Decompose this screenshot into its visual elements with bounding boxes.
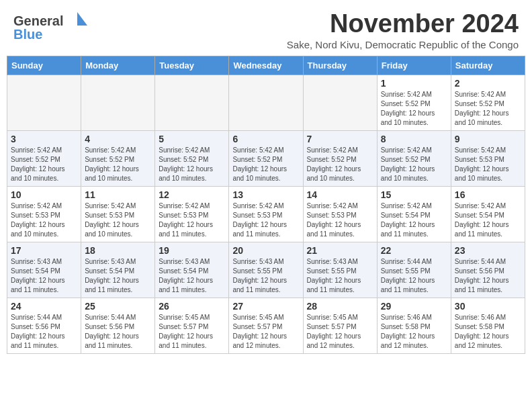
calendar-cell: 2Sunrise: 5:42 AM Sunset: 5:52 PM Daylig… bbox=[451, 75, 525, 131]
day-info: Sunrise: 5:42 AM Sunset: 5:52 PM Dayligh… bbox=[381, 90, 447, 128]
logo-svg: GeneralBlue bbox=[13, 11, 87, 40]
calendar-week-1: 1Sunrise: 5:42 AM Sunset: 5:52 PM Daylig… bbox=[7, 75, 525, 131]
day-number: 12 bbox=[159, 189, 225, 200]
day-info: Sunrise: 5:42 AM Sunset: 5:52 PM Dayligh… bbox=[85, 146, 151, 183]
calendar-cell: 24Sunrise: 5:44 AM Sunset: 5:56 PM Dayli… bbox=[7, 298, 81, 354]
calendar-cell: 30Sunrise: 5:46 AM Sunset: 5:58 PM Dayli… bbox=[451, 298, 525, 354]
calendar-cell: 8Sunrise: 5:42 AM Sunset: 5:52 PM Daylig… bbox=[377, 131, 451, 187]
day-number: 14 bbox=[307, 189, 373, 200]
day-number: 2 bbox=[455, 78, 521, 89]
calendar-table: SundayMondayTuesdayWednesdayThursdayFrid… bbox=[7, 56, 525, 354]
day-number: 30 bbox=[455, 301, 521, 312]
day-info: Sunrise: 5:42 AM Sunset: 5:53 PM Dayligh… bbox=[232, 201, 299, 239]
day-info: Sunrise: 5:46 AM Sunset: 5:58 PM Dayligh… bbox=[381, 313, 447, 351]
day-number: 21 bbox=[307, 245, 373, 256]
day-number: 25 bbox=[85, 301, 151, 312]
logo: GeneralBlue bbox=[13, 11, 87, 40]
calendar-week-3: 10Sunrise: 5:42 AM Sunset: 5:53 PM Dayli… bbox=[7, 187, 525, 242]
day-number: 28 bbox=[307, 301, 373, 312]
calendar-cell bbox=[155, 75, 229, 131]
title-section: November 2024 Sake, Nord Kivu, Democrati… bbox=[287, 11, 519, 50]
subtitle: Sake, Nord Kivu, Democratic Republic of … bbox=[287, 39, 519, 50]
day-info: Sunrise: 5:43 AM Sunset: 5:55 PM Dayligh… bbox=[307, 257, 373, 295]
calendar-week-5: 24Sunrise: 5:44 AM Sunset: 5:56 PM Dayli… bbox=[7, 298, 525, 354]
calendar-cell: 3Sunrise: 5:42 AM Sunset: 5:52 PM Daylig… bbox=[7, 131, 81, 187]
day-number: 11 bbox=[85, 189, 151, 200]
calendar-cell: 22Sunrise: 5:44 AM Sunset: 5:55 PM Dayli… bbox=[377, 242, 451, 298]
svg-text:General: General bbox=[13, 13, 63, 28]
day-info: Sunrise: 5:44 AM Sunset: 5:55 PM Dayligh… bbox=[381, 257, 447, 295]
calendar-week-4: 17Sunrise: 5:43 AM Sunset: 5:54 PM Dayli… bbox=[7, 242, 525, 298]
day-number: 27 bbox=[232, 301, 299, 312]
day-number: 17 bbox=[11, 245, 77, 256]
calendar-cell: 23Sunrise: 5:44 AM Sunset: 5:56 PM Dayli… bbox=[451, 242, 525, 298]
header: GeneralBlue November 2024 Sake, Nord Kiv… bbox=[0, 0, 532, 56]
day-info: Sunrise: 5:42 AM Sunset: 5:52 PM Dayligh… bbox=[11, 146, 77, 183]
day-info: Sunrise: 5:42 AM Sunset: 5:52 PM Dayligh… bbox=[307, 146, 373, 183]
day-number: 23 bbox=[455, 245, 521, 256]
calendar-cell: 27Sunrise: 5:45 AM Sunset: 5:57 PM Dayli… bbox=[229, 298, 303, 354]
weekday-sunday: Sunday bbox=[7, 56, 81, 75]
day-number: 19 bbox=[159, 245, 225, 256]
calendar-cell: 7Sunrise: 5:42 AM Sunset: 5:52 PM Daylig… bbox=[303, 131, 377, 187]
day-info: Sunrise: 5:42 AM Sunset: 5:53 PM Dayligh… bbox=[85, 201, 151, 239]
day-number: 9 bbox=[455, 134, 521, 144]
calendar-cell: 1Sunrise: 5:42 AM Sunset: 5:52 PM Daylig… bbox=[377, 75, 451, 131]
calendar-cell bbox=[81, 75, 155, 131]
calendar-cell: 14Sunrise: 5:42 AM Sunset: 5:53 PM Dayli… bbox=[303, 187, 377, 242]
calendar-cell: 16Sunrise: 5:42 AM Sunset: 5:54 PM Dayli… bbox=[451, 187, 525, 242]
calendar-cell: 28Sunrise: 5:45 AM Sunset: 5:57 PM Dayli… bbox=[303, 298, 377, 354]
day-info: Sunrise: 5:44 AM Sunset: 5:56 PM Dayligh… bbox=[85, 313, 151, 351]
day-number: 3 bbox=[11, 134, 77, 144]
calendar-cell: 26Sunrise: 5:45 AM Sunset: 5:57 PM Dayli… bbox=[155, 298, 229, 354]
day-info: Sunrise: 5:42 AM Sunset: 5:52 PM Dayligh… bbox=[455, 90, 521, 128]
calendar-cell: 13Sunrise: 5:42 AM Sunset: 5:53 PM Dayli… bbox=[229, 187, 303, 242]
calendar-cell bbox=[303, 75, 377, 131]
day-number: 26 bbox=[159, 301, 225, 312]
day-info: Sunrise: 5:42 AM Sunset: 5:54 PM Dayligh… bbox=[455, 201, 521, 239]
svg-text:Blue: Blue bbox=[13, 27, 42, 40]
day-info: Sunrise: 5:44 AM Sunset: 5:56 PM Dayligh… bbox=[455, 257, 521, 295]
month-title: November 2024 bbox=[287, 11, 519, 36]
day-info: Sunrise: 5:43 AM Sunset: 5:54 PM Dayligh… bbox=[159, 257, 225, 295]
day-info: Sunrise: 5:42 AM Sunset: 5:52 PM Dayligh… bbox=[159, 146, 225, 183]
day-info: Sunrise: 5:44 AM Sunset: 5:56 PM Dayligh… bbox=[11, 313, 77, 351]
day-info: Sunrise: 5:42 AM Sunset: 5:52 PM Dayligh… bbox=[381, 146, 447, 183]
calendar-cell: 5Sunrise: 5:42 AM Sunset: 5:52 PM Daylig… bbox=[155, 131, 229, 187]
day-number: 15 bbox=[381, 189, 447, 200]
day-number: 24 bbox=[11, 301, 77, 312]
day-info: Sunrise: 5:45 AM Sunset: 5:57 PM Dayligh… bbox=[307, 313, 373, 351]
day-number: 20 bbox=[232, 245, 299, 256]
day-number: 7 bbox=[307, 134, 373, 144]
day-number: 13 bbox=[232, 189, 299, 200]
calendar-cell: 20Sunrise: 5:43 AM Sunset: 5:55 PM Dayli… bbox=[229, 242, 303, 298]
calendar-cell: 18Sunrise: 5:43 AM Sunset: 5:54 PM Dayli… bbox=[81, 242, 155, 298]
day-number: 29 bbox=[381, 301, 447, 312]
day-info: Sunrise: 5:42 AM Sunset: 5:53 PM Dayligh… bbox=[455, 146, 521, 183]
day-info: Sunrise: 5:42 AM Sunset: 5:54 PM Dayligh… bbox=[381, 201, 447, 239]
day-number: 22 bbox=[381, 245, 447, 256]
calendar-cell: 10Sunrise: 5:42 AM Sunset: 5:53 PM Dayli… bbox=[7, 187, 81, 242]
weekday-header-row: SundayMondayTuesdayWednesdayThursdayFrid… bbox=[7, 56, 525, 75]
day-info: Sunrise: 5:43 AM Sunset: 5:54 PM Dayligh… bbox=[11, 257, 77, 295]
day-info: Sunrise: 5:42 AM Sunset: 5:53 PM Dayligh… bbox=[11, 201, 77, 239]
day-number: 1 bbox=[381, 78, 447, 89]
day-info: Sunrise: 5:42 AM Sunset: 5:53 PM Dayligh… bbox=[159, 201, 225, 239]
calendar-cell: 11Sunrise: 5:42 AM Sunset: 5:53 PM Dayli… bbox=[81, 187, 155, 242]
weekday-monday: Monday bbox=[81, 56, 155, 75]
calendar-cell bbox=[229, 75, 303, 131]
calendar-cell: 29Sunrise: 5:46 AM Sunset: 5:58 PM Dayli… bbox=[377, 298, 451, 354]
day-number: 8 bbox=[381, 134, 447, 144]
weekday-friday: Friday bbox=[377, 56, 451, 75]
calendar-cell: 17Sunrise: 5:43 AM Sunset: 5:54 PM Dayli… bbox=[7, 242, 81, 298]
day-info: Sunrise: 5:45 AM Sunset: 5:57 PM Dayligh… bbox=[232, 313, 299, 351]
calendar-cell: 19Sunrise: 5:43 AM Sunset: 5:54 PM Dayli… bbox=[155, 242, 229, 298]
day-number: 10 bbox=[11, 189, 77, 200]
calendar-cell: 9Sunrise: 5:42 AM Sunset: 5:53 PM Daylig… bbox=[451, 131, 525, 187]
weekday-tuesday: Tuesday bbox=[155, 56, 229, 75]
day-number: 16 bbox=[455, 189, 521, 200]
calendar-cell bbox=[7, 75, 81, 131]
weekday-thursday: Thursday bbox=[303, 56, 377, 75]
day-number: 4 bbox=[85, 134, 151, 144]
calendar-cell: 25Sunrise: 5:44 AM Sunset: 5:56 PM Dayli… bbox=[81, 298, 155, 354]
